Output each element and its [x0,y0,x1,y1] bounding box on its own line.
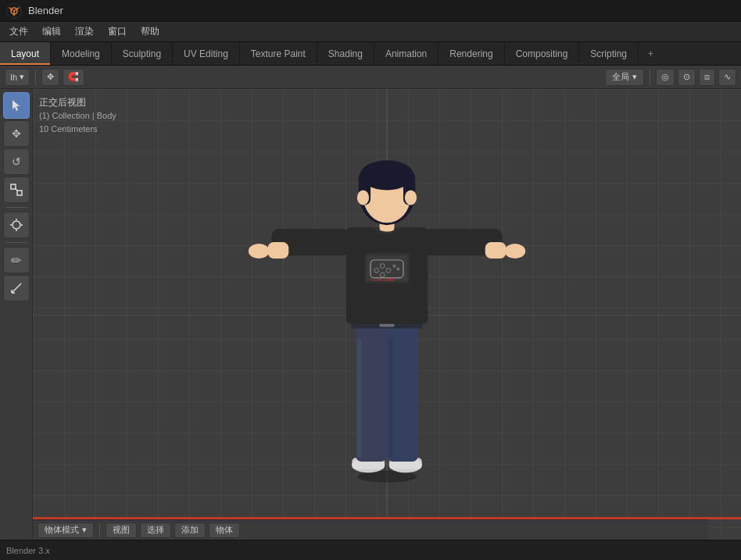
transform-tool-button[interactable] [3,212,30,238]
global-dropdown[interactable]: 全局 ▾ [605,69,644,86]
tab-shading[interactable]: Shading [317,42,374,65]
add-menu-button[interactable]: 添加 [174,523,206,538]
object-menu-button[interactable]: 物体 [209,523,240,538]
gizmo-button[interactable]: ∿ [718,69,736,86]
tab-rendering[interactable]: Rendering [439,42,504,65]
left-toolbar: ✥ ↺ ✏ [0,89,33,540]
tab-animation[interactable]: Animation [374,42,439,65]
tab-uv-editing[interactable]: UV Editing [173,42,240,65]
menu-help[interactable]: 帮助 [134,23,166,40]
mode-bar-divider [99,523,100,537]
svg-rect-23 [357,339,362,458]
status-info: Blender 3.x [6,546,50,555]
svg-line-7 [16,189,17,191]
header-toolbar: Ih ▾ ✥ 🧲 全局 ▾ ◎ ⊙ ⧈ ∿ [0,66,741,89]
tab-sculpting[interactable]: Sculpting [112,42,173,65]
status-bar: Blender 3.x [0,540,741,560]
overlay-button[interactable]: ⊙ [678,69,696,86]
snap-button[interactable]: 🧲 [63,69,84,86]
tab-layout[interactable]: Layout [0,42,51,65]
measure-tool-button[interactable] [3,275,30,301]
svg-rect-6 [17,191,22,195]
tab-modeling[interactable]: Modeling [51,42,112,65]
editor-type-button[interactable]: Ih ▾ [5,69,30,86]
workspace-tabs: Layout Modeling Sculpting UV Editing Tex… [0,42,741,66]
window-title: Blender [28,5,63,16]
character-container: I LOVE GAME [231,118,543,493]
svg-rect-40 [268,242,289,259]
select-tool-button[interactable] [3,92,30,119]
toolbar-divider-2 [650,70,650,85]
menu-window[interactable]: 窗口 [102,23,133,40]
select-menu-button[interactable]: 选择 [140,523,171,538]
svg-point-8 [13,221,20,229]
object-mode-dropdown[interactable]: 物体模式 ▾ [38,523,94,538]
tool-separator-2 [5,242,27,243]
viewport-shading-button[interactable]: ◎ [656,69,675,86]
annotate-tool-button[interactable]: ✏ [3,247,30,273]
add-workspace-button[interactable]: + [640,42,661,65]
svg-point-42 [249,244,270,259]
scale-tool-button[interactable] [3,177,30,203]
tool-separator-1 [5,207,27,208]
character-svg: I LOVE GAME [231,118,543,493]
svg-point-36 [396,267,399,270]
menu-file[interactable]: 文件 [3,23,34,40]
menu-edit[interactable]: 编辑 [36,23,67,40]
svg-line-13 [12,284,21,293]
svg-point-50 [357,190,369,205]
tab-texture-paint[interactable]: Texture Paint [240,42,317,65]
view-menu-button[interactable]: 视图 [106,523,137,538]
blender-logo [6,3,22,19]
bottom-red-line [33,517,741,519]
svg-rect-5 [11,184,16,189]
svg-point-51 [405,190,417,205]
svg-rect-41 [485,242,507,259]
rotate-tool-button[interactable]: ↺ [3,148,30,175]
svg-text:I LOVE GAME: I LOVE GAME [370,278,395,282]
tab-scripting[interactable]: Scripting [579,42,639,65]
svg-point-43 [504,244,525,259]
xray-button[interactable]: ⧈ [699,69,715,86]
viewport[interactable]: 正交后视图 (1) Collection | Body 10 Centimete… [33,89,741,540]
svg-rect-24 [388,339,393,458]
move-tool-button[interactable]: ✥ [41,69,59,86]
menu-render[interactable]: 渲染 [69,23,100,40]
move-tool-button[interactable]: ✥ [3,120,30,147]
toolbar-divider-1 [35,70,36,85]
title-bar: Blender [0,0,741,22]
menu-bar: 文件 编辑 渲染 窗口 帮助 [0,22,741,42]
svg-point-35 [393,265,396,268]
main-area: ✥ ↺ ✏ 正交后视图 (1) Collection | Body 10 Cen… [0,89,741,540]
tab-compositing[interactable]: Compositing [505,42,580,65]
mode-bar: 物体模式 ▾ 视图 选择 添加 物体 [33,519,708,540]
